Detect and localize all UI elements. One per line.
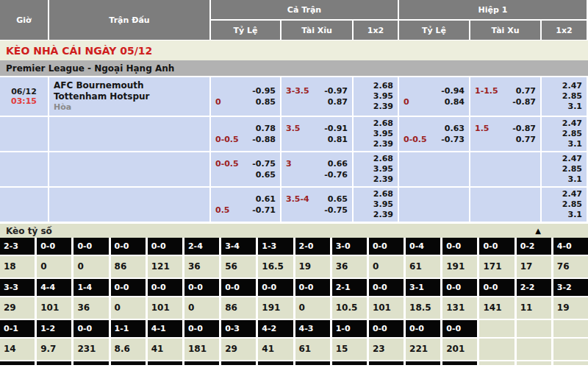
score-odds-cell[interactable]: 36 (332, 256, 367, 277)
score-odds-cell[interactable]: 16.5 (258, 256, 293, 277)
score-odds-cell[interactable]: 101 (37, 297, 71, 319)
fulltime-handicap-cell[interactable]: -0.9500.85 (211, 77, 280, 116)
score-odds-cell[interactable]: 86 (111, 256, 146, 277)
odds-line: -0.94 (404, 85, 465, 96)
fulltime-1x2-cell[interactable]: 2.683.952.39 (354, 188, 398, 222)
score-odds-cell[interactable] (553, 339, 588, 360)
score-odds-cell[interactable]: 36 (74, 297, 108, 319)
odds-line: 2.68 (358, 81, 393, 91)
score-cell: 2-3 (0, 238, 35, 255)
score-odds-cell[interactable] (517, 339, 551, 360)
score-cell (553, 320, 588, 337)
fulltime-handicap-cell[interactable]: 0.610.5-0.71 (211, 188, 280, 222)
firsthalf-overunder-cell[interactable]: 1-1.50.77-0.87 (470, 77, 540, 116)
score-odds-cell[interactable]: 8.6 (111, 339, 146, 360)
fulltime-overunder-cell[interactable]: 3.5-40.65-0.75 (282, 188, 352, 222)
league-header[interactable]: Premier League - Ngoại Hạng Anh (0, 60, 588, 76)
score-odds-cell[interactable]: 0 (37, 256, 71, 277)
odds-value: 3.95 (373, 164, 393, 174)
score-odds-cell[interactable]: 201 (442, 339, 477, 360)
score-odds-cell[interactable]: 191 (258, 297, 293, 319)
fulltime-1x2-cell[interactable]: 2.683.952.39 (354, 152, 398, 186)
score-odds-cell[interactable]: 19 (295, 256, 330, 277)
score-cell: 0-0 (369, 320, 404, 337)
fulltime-1x2-cell[interactable]: 2.683.952.39 (354, 77, 398, 116)
odds-value: 0.81 (328, 134, 348, 145)
firsthalf-overunder-cell[interactable] (470, 152, 540, 186)
firsthalf-overunder-cell[interactable]: 1.5-0.870.77 (470, 117, 540, 151)
score-cell: 4-2 (258, 320, 293, 337)
score-odds-cell[interactable]: 61 (295, 339, 330, 360)
score-odds-cell[interactable]: 191 (442, 256, 477, 277)
score-odds-cell[interactable]: 61 (406, 256, 440, 277)
fulltime-overunder-cell[interactable]: 30.66-0.76 (282, 152, 352, 186)
firsthalf-handicap-cell[interactable] (399, 152, 469, 186)
score-odds-cell[interactable]: 18 (0, 256, 35, 277)
odds-line: 1.5-0.87 (475, 123, 536, 134)
score-odds-cell[interactable]: 10.5 (332, 297, 367, 319)
score-odds-cell[interactable]: 141 (479, 297, 514, 319)
firsthalf-handicap-cell[interactable]: 0.630-0.5-0.73 (399, 117, 469, 151)
score-odds-cell[interactable]: 221 (406, 339, 440, 360)
firsthalf-1x2-cell[interactable]: 2.472.853.1 (542, 77, 587, 116)
score-odds-cell[interactable]: 41 (258, 339, 293, 360)
score-odds-cell[interactable]: 56 (221, 256, 256, 277)
firsthalf-1x2-cell[interactable]: 2.472.853.1 (542, 117, 587, 151)
fulltime-overunder-cell[interactable]: 3.5-0.910.81 (282, 117, 352, 151)
score-odds-cell[interactable]: 0 (184, 297, 219, 319)
score-odds-cell[interactable]: 14 (0, 339, 35, 360)
fulltime-1x2-cell[interactable]: 2.683.952.39 (354, 117, 398, 151)
score-odds-cell[interactable]: 29 (0, 297, 35, 319)
score-odds-cell[interactable] (479, 339, 514, 360)
score-odds-cell[interactable]: 171 (479, 256, 514, 277)
score-odds-cell[interactable]: 0 (369, 256, 404, 277)
score-odds-cell[interactable]: 0 (74, 256, 108, 277)
header-fulltime-overunder: Tài Xỉu (282, 21, 352, 40)
draw-label: Hòa (54, 102, 205, 113)
score-odds-cell[interactable]: 18.5 (406, 297, 440, 319)
firsthalf-overunder-cell[interactable] (470, 188, 540, 222)
firsthalf-1x2-cell[interactable]: 2.472.853.1 (542, 152, 587, 186)
odds-row: 0-0.5-0.750.6530.66-0.762.683.952.392.47… (0, 152, 588, 186)
odds-line: 2.85 (546, 164, 582, 174)
odds-line: 0-0.5-0.73 (404, 134, 465, 145)
score-odds-cell[interactable]: 131 (442, 297, 477, 319)
collapse-triangle-icon[interactable]: ▲ (535, 227, 541, 235)
firsthalf-handicap-cell[interactable] (399, 188, 469, 222)
odds-value: 3.1 (568, 139, 583, 149)
score-odds-cell[interactable]: 101 (369, 297, 404, 319)
betting-odds-page: Giờ Trận Đấu Cả Trận Hiệp 1 Tỷ Lệ Tài Xỉ… (0, 0, 588, 368)
score-odds-cell[interactable]: 0 (295, 297, 330, 319)
score-cell-partial (0, 361, 35, 365)
score-section-header[interactable]: Kèo tỷ số ▲ (0, 224, 588, 238)
fulltime-handicap-cell[interactable]: 0-0.5-0.750.65 (211, 152, 280, 186)
firsthalf-1x2-cell[interactable]: 2.472.853.1 (542, 188, 587, 222)
score-odds-cell[interactable]: 23 (369, 339, 404, 360)
score-odds-cell[interactable]: 9.7 (37, 339, 71, 360)
odds-line: 3.1 (546, 210, 582, 220)
odds-value: 0.85 (256, 96, 276, 107)
match-teams-cell[interactable]: AFC BournemouthTottenham HotspurHòa (49, 77, 209, 116)
score-odds-cell[interactable]: 29 (221, 339, 256, 360)
odds-value: 3.1 (568, 210, 583, 220)
firsthalf-handicap-cell[interactable]: -0.9400.84 (399, 77, 469, 116)
score-cell: 0-0 (111, 279, 146, 296)
score-odds-cell[interactable]: 19 (553, 297, 588, 319)
score-odds-cell[interactable]: 36 (184, 256, 219, 277)
odds-line: 2.85 (546, 91, 582, 102)
score-odds-cell[interactable]: 0 (111, 297, 146, 319)
score-odds-cell[interactable]: 86 (221, 297, 256, 319)
fulltime-overunder-cell[interactable]: 3-3.5-0.970.87 (282, 77, 352, 116)
score-odds-cell[interactable]: 11 (517, 297, 551, 319)
score-odds-cell[interactable]: 76 (553, 256, 588, 277)
score-odds-cell[interactable]: 41 (148, 339, 182, 360)
odds-line: 0-0.5-0.88 (215, 134, 276, 145)
score-odds-cell[interactable]: 231 (74, 339, 108, 360)
score-odds-cell[interactable]: 101 (148, 297, 182, 319)
score-cell-partial (184, 361, 219, 365)
score-odds-cell[interactable]: 15 (332, 339, 367, 360)
score-odds-cell[interactable]: 121 (148, 256, 182, 277)
fulltime-handicap-cell[interactable]: 0.780-0.5-0.88 (211, 117, 280, 151)
score-odds-cell[interactable]: 181 (184, 339, 219, 360)
score-odds-cell[interactable]: 17 (517, 256, 551, 277)
